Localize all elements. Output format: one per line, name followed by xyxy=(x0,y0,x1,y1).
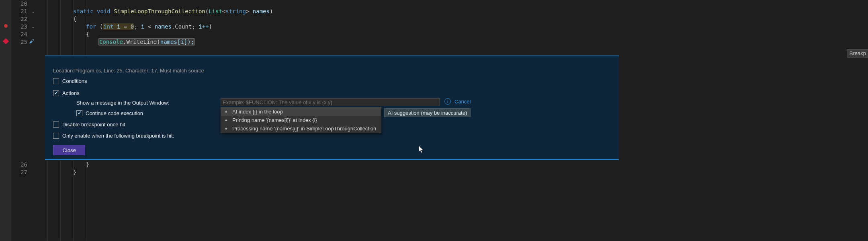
line-number: 24 xyxy=(11,31,27,38)
actions-label: Actions xyxy=(62,90,80,96)
ai-suggestion-text: Printing name '{names[i]}' at index {i} xyxy=(232,117,317,123)
breakpoint-settings-panel: Breakp Location: Program.cs, Line: 25, C… xyxy=(45,56,619,160)
sparkle-icon xyxy=(224,109,229,114)
line-number-gutter: 20 21 ⌄ 22 23 ⌄ 24 25 🖌 26 27 xyxy=(11,0,35,241)
fold-collapse-icon[interactable]: ⌄ xyxy=(31,23,35,31)
disable-once-hit-checkbox[interactable] xyxy=(53,122,59,128)
only-enable-when-label: Only enable when the following breakpoin… xyxy=(62,133,174,139)
line-number: 23 xyxy=(11,23,27,31)
code-line[interactable]: { xyxy=(35,31,868,38)
line-number: 20 xyxy=(11,0,27,8)
ai-suggestion-dropdown: At index {i} in the loop Printing name '… xyxy=(221,107,381,133)
code-line[interactable]: for (int i = 0; i < names.Count; i++) xyxy=(35,23,868,31)
ai-suggestion-text: Processing name '{names[i]}' in SimpleLo… xyxy=(232,126,376,132)
code-line[interactable]: { xyxy=(35,15,868,23)
brush-icon: 🖌 xyxy=(29,38,34,44)
breakpoint-tag[interactable]: Breakp xyxy=(847,49,868,58)
code-line[interactable]: static void SimpleLoopThroughCollection(… xyxy=(35,8,868,15)
ai-suggestion-item[interactable]: At index {i} in the loop xyxy=(221,107,381,116)
line-number: 21 xyxy=(11,8,27,15)
sparkle-icon xyxy=(224,118,229,123)
conditions-label: Conditions xyxy=(62,78,87,84)
close-button[interactable]: Close xyxy=(53,145,85,155)
code-line[interactable]: } xyxy=(35,169,868,176)
show-message-label: Show a message in the Output Window: xyxy=(76,100,169,106)
only-enable-when-checkbox[interactable] xyxy=(53,133,59,139)
actions-checkbox[interactable] xyxy=(53,90,59,96)
breakpoint-indicator-dot[interactable] xyxy=(4,24,8,28)
ai-suggestion-note: AI suggestion (may be inaccurate) xyxy=(384,108,471,117)
conditions-checkbox[interactable] xyxy=(53,78,59,84)
disable-once-hit-label: Disable breakpoint once hit xyxy=(62,122,125,128)
cancel-link[interactable]: Cancel xyxy=(454,99,471,105)
code-line[interactable]: } xyxy=(35,161,868,169)
code-line[interactable]: Console.WriteLine(names[i]); xyxy=(35,38,868,46)
breakpoint-margin[interactable] xyxy=(0,0,11,241)
ai-suggestion-item[interactable]: Processing name '{names[i]}' in SimpleLo… xyxy=(221,124,381,133)
breakpoint-indicator-tracepoint[interactable] xyxy=(3,38,9,45)
line-number: 22 xyxy=(11,15,27,23)
continue-execution-label: Continue code execution xyxy=(86,110,143,116)
ai-suggestion-item[interactable]: Printing name '{names[i]}' at index {i} xyxy=(221,116,381,124)
ai-suggestion-text: At index {i} in the loop xyxy=(232,109,283,115)
fold-collapse-icon[interactable]: ⌄ xyxy=(31,8,35,15)
sparkle-icon xyxy=(224,126,229,131)
continue-execution-checkbox[interactable] xyxy=(76,110,82,116)
tracepoint-message-input[interactable] xyxy=(221,98,440,106)
line-number: 26 xyxy=(11,161,27,169)
location-value: Program.cs, Line: 25, Character: 17, Mus… xyxy=(74,68,204,74)
location-label: Location: xyxy=(53,68,74,74)
line-number: 25 xyxy=(11,38,27,46)
info-icon[interactable]: i xyxy=(444,98,451,105)
line-number: 27 xyxy=(11,169,27,176)
